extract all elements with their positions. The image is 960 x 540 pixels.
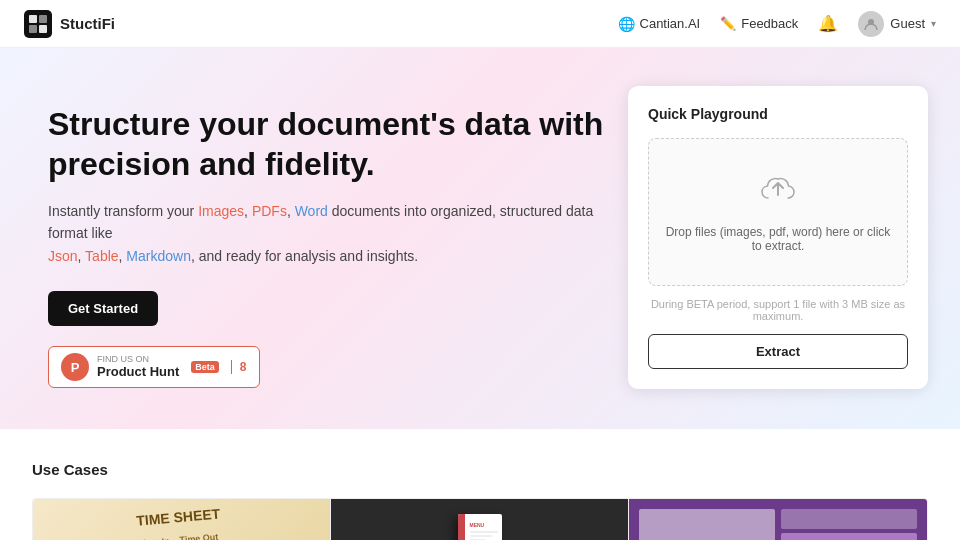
avatar (858, 11, 884, 37)
upload-text: Drop files (images, pdf, word) here or c… (665, 225, 891, 253)
menu-visual: MENU (450, 509, 510, 540)
playground-title: Quick Playground (648, 106, 908, 122)
upload-dropzone[interactable]: Drop files (images, pdf, word) here or c… (648, 138, 908, 286)
svg-rect-3 (29, 25, 37, 33)
svg-rect-0 (24, 10, 52, 38)
link-markdown[interactable]: Markdown (126, 248, 191, 264)
svg-rect-1 (29, 15, 37, 23)
hero-description: Instantly transform your Images, PDFs, W… (48, 200, 608, 267)
product-hunt-badge[interactable]: P FIND US ON Product Hunt Beta 8 (48, 346, 260, 388)
get-started-button[interactable]: Get Started (48, 291, 158, 326)
link-table[interactable]: Table (85, 248, 118, 264)
logo-text: StuctiFi (60, 15, 115, 32)
product-hunt-icon: P (61, 353, 89, 381)
chevron-down-icon: ▾ (931, 18, 936, 29)
use-cases-grid: TIME SHEET Time In Time Out 8:00 AM 5:00… (32, 498, 928, 540)
timesheet-image: TIME SHEET Time In Time Out 8:00 AM 5:00… (33, 499, 330, 540)
ph-label: Product Hunt (97, 365, 179, 379)
user-menu[interactable]: Guest ▾ (858, 11, 936, 37)
ph-count: 8 (231, 360, 247, 374)
link-pdfs[interactable]: PDFs (252, 203, 287, 219)
use-cases-title: Use Cases (32, 461, 928, 478)
playground-card: Quick Playground Drop files (images, pdf… (628, 86, 928, 389)
link-images[interactable]: Images (198, 203, 244, 219)
hero-title: Structure your document's data with prec… (48, 104, 608, 184)
logo-icon (24, 10, 52, 38)
use-cases-section: Use Cases TIME SHEET Time In Time Out 8:… (0, 429, 960, 540)
menu-image: MENU (331, 499, 628, 540)
magazine-image (629, 499, 927, 540)
notifications-bell[interactable]: 🔔 (818, 14, 838, 33)
product-hunt-text: FIND US ON Product Hunt (97, 355, 179, 379)
cantian-link[interactable]: 🌐 Cantian.AI (618, 16, 701, 32)
magazine-visual (629, 499, 927, 540)
beta-badge: Beta (191, 361, 219, 373)
navbar: StuctiFi 🌐 Cantian.AI ✏️ Feedback 🔔 Gues… (0, 0, 960, 48)
logo[interactable]: StuctiFi (24, 10, 115, 38)
nav-actions: 🌐 Cantian.AI ✏️ Feedback 🔔 Guest ▾ (618, 11, 936, 37)
link-json[interactable]: Json (48, 248, 78, 264)
use-case-timesheet[interactable]: TIME SHEET Time In Time Out 8:00 AM 5:00… (33, 499, 331, 540)
svg-rect-4 (39, 25, 47, 33)
upload-note: During BETA period, support 1 file with … (648, 298, 908, 322)
extract-button[interactable]: Extract (648, 334, 908, 369)
svg-rect-2 (39, 15, 47, 23)
feedback-link[interactable]: ✏️ Feedback (720, 16, 798, 31)
use-case-menu[interactable]: MENU (331, 499, 629, 540)
use-case-magazine[interactable] (629, 499, 927, 540)
upload-icon (665, 171, 891, 215)
cantian-icon: 🌐 (618, 16, 635, 32)
link-word[interactable]: Word (295, 203, 328, 219)
hero-content: Structure your document's data with prec… (48, 96, 608, 388)
pencil-icon: ✏️ (720, 16, 736, 31)
hero-section: Structure your document's data with prec… (0, 48, 960, 429)
timesheet-visual: TIME SHEET Time In Time Out 8:00 AM 5:00… (127, 499, 236, 540)
